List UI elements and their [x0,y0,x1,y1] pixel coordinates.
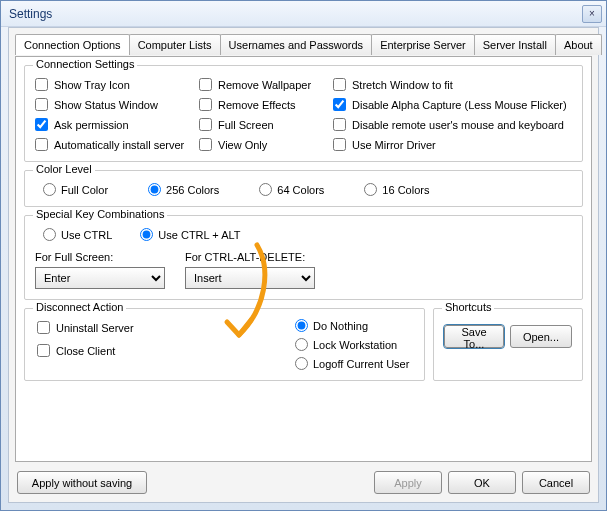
checkbox-icon[interactable] [199,138,212,151]
tab-strip: Connection Options Computer Lists Userna… [15,34,604,55]
tab-panel: Connection Settings Show Tray Icon Remov… [15,56,592,462]
radio-icon[interactable] [295,319,308,332]
checkbox-icon[interactable] [333,98,346,111]
rb-64-colors[interactable]: 64 Colors [259,183,324,196]
radio-icon[interactable] [43,183,56,196]
checkbox-icon[interactable] [199,118,212,131]
group-legend: Disconnect Action [33,301,126,313]
group-shortcuts: Shortcuts Save To... Open... [433,308,583,381]
checkbox-icon[interactable] [333,118,346,131]
save-to-button[interactable]: Save To... [444,325,504,348]
group-disconnect-action: Disconnect Action Uninstall Server Close… [24,308,425,381]
checkbox-icon[interactable] [199,78,212,91]
tab-usernames-passwords[interactable]: Usernames and Passwords [220,34,373,55]
radio-icon[interactable] [148,183,161,196]
window-title: Settings [5,7,582,21]
cb-stretch-window[interactable]: Stretch Window to fit [333,78,572,91]
rb-do-nothing[interactable]: Do Nothing [295,319,409,332]
group-legend: Shortcuts [442,301,494,313]
checkbox-icon[interactable] [333,78,346,91]
checkbox-icon[interactable] [333,138,346,151]
rb-use-ctrl-alt[interactable]: Use CTRL + ALT [140,228,240,241]
tab-connection-options[interactable]: Connection Options [15,34,130,55]
label-cad-key: For CTRL-ALT-DELETE: [185,251,315,263]
radio-icon[interactable] [364,183,377,196]
checkbox-icon[interactable] [35,98,48,111]
settings-window: Settings × Connection Options Computer L… [0,0,607,511]
radio-icon[interactable] [295,357,308,370]
group-color-level: Color Level Full Color 256 Colors 64 Col… [24,170,583,207]
cb-disable-alpha-capture[interactable]: Disable Alpha Capture (Less Mouse Flicke… [333,98,572,111]
checkbox-icon[interactable] [35,138,48,151]
client-area: Connection Options Computer Lists Userna… [8,27,599,503]
cb-uninstall-server[interactable]: Uninstall Server [37,321,295,334]
rb-256-colors[interactable]: 256 Colors [148,183,219,196]
rb-full-color[interactable]: Full Color [43,183,108,196]
tab-about[interactable]: About [555,34,602,55]
select-full-screen-key[interactable]: Enter [35,267,165,289]
cancel-button[interactable]: Cancel [522,471,590,494]
tab-enterprise-server[interactable]: Enterprise Server [371,34,475,55]
cb-show-tray-icon[interactable]: Show Tray Icon [35,78,195,91]
tab-computer-lists[interactable]: Computer Lists [129,34,221,55]
radio-icon[interactable] [295,338,308,351]
cb-ask-permission[interactable]: Ask permission [35,118,195,131]
open-button[interactable]: Open... [510,325,572,348]
rb-use-ctrl[interactable]: Use CTRL [43,228,112,241]
label-full-screen-key: For Full Screen: [35,251,165,263]
group-legend: Color Level [33,163,95,175]
select-cad-key[interactable]: Insert [185,267,315,289]
cb-close-client[interactable]: Close Client [37,344,295,357]
group-special-key-combinations: Special Key Combinations Use CTRL Use CT… [24,215,583,300]
checkbox-icon[interactable] [37,344,50,357]
checkbox-icon[interactable] [37,321,50,334]
apply-button[interactable]: Apply [374,471,442,494]
cb-disable-remote-mouse[interactable]: Disable remote user's mouse and keyboard [333,118,572,131]
checkbox-icon[interactable] [35,78,48,91]
checkbox-icon[interactable] [199,98,212,111]
cb-remove-wallpaper[interactable]: Remove Wallpaper [199,78,329,91]
rb-lock-workstation[interactable]: Lock Workstation [295,338,409,351]
cb-use-mirror-driver[interactable]: Use Mirror Driver [333,138,572,151]
dialog-footer: Apply without saving Apply OK Cancel [17,471,590,494]
ok-button[interactable]: OK [448,471,516,494]
rb-logoff-user[interactable]: Logoff Current User [295,357,409,370]
titlebar: Settings × [1,1,606,27]
apply-without-saving-button[interactable]: Apply without saving [17,471,147,494]
checkbox-icon[interactable] [35,118,48,131]
radio-icon[interactable] [259,183,272,196]
tab-server-install[interactable]: Server Install [474,34,556,55]
radio-icon[interactable] [43,228,56,241]
group-legend: Connection Settings [33,58,137,70]
group-connection-settings: Connection Settings Show Tray Icon Remov… [24,65,583,162]
cb-full-screen[interactable]: Full Screen [199,118,329,131]
rb-16-colors[interactable]: 16 Colors [364,183,429,196]
close-icon: × [589,8,595,19]
cb-auto-install-server[interactable]: Automatically install server [35,138,195,151]
close-button[interactable]: × [582,5,602,23]
group-legend: Special Key Combinations [33,208,167,220]
cb-show-status-window[interactable]: Show Status Window [35,98,195,111]
radio-icon[interactable] [140,228,153,241]
cb-remove-effects[interactable]: Remove Effects [199,98,329,111]
cb-view-only[interactable]: View Only [199,138,329,151]
